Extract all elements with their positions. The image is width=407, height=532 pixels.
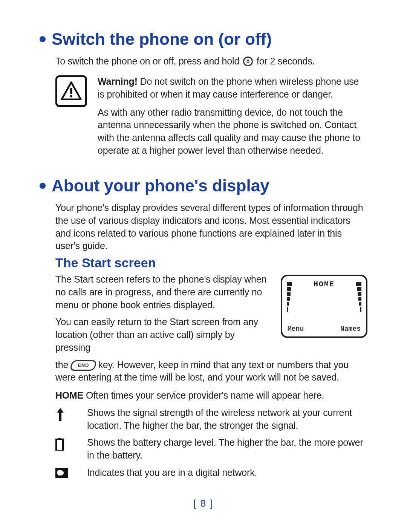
home-definition: HOME Often times your service provider's… — [55, 389, 367, 402]
warning-label: Warning! — [98, 76, 138, 87]
warning-line-1: Warning! Do not switch on the phone when… — [98, 75, 367, 101]
warning-line-2: As with any other radio transmitting dev… — [98, 106, 367, 157]
warning-icon — [55, 75, 87, 107]
def-battery-text: Shows the battery charge level. The high… — [87, 436, 367, 462]
svg-rect-1 — [248, 59, 248, 61]
battery-icon — [55, 436, 78, 462]
screen-softkey-row: Menu Names — [288, 325, 361, 333]
start-screen-text: The Start screen refers to the phone's d… — [55, 273, 270, 359]
bullet-icon — [40, 183, 46, 189]
document-page: Switch the phone on (or off) To switch t… — [0, 0, 407, 532]
svg-rect-4 — [70, 95, 72, 97]
battery-bar-icon — [356, 282, 361, 312]
heading-text: Switch the phone on (or off) — [52, 30, 272, 48]
end-key-icon: END — [69, 360, 97, 371]
svg-marker-5 — [57, 408, 64, 421]
definition-row-digital: Indicates that you are in a digital netw… — [55, 466, 367, 479]
definition-row-battery: Shows the battery charge level. The high… — [55, 436, 367, 462]
def-digital-text: Indicates that you are in a digital netw… — [87, 466, 367, 479]
home-label: HOME — [55, 390, 83, 401]
svg-rect-3 — [70, 88, 72, 94]
signal-bar-icon — [287, 282, 292, 312]
section-heading-about-display: About your phone's display — [40, 177, 367, 195]
intro-after: for 2 seconds. — [257, 55, 315, 68]
bullet-icon — [40, 36, 46, 42]
start-p2a: You can easily return to the Start scree… — [55, 316, 270, 354]
definition-row-signal: Shows the signal strength of the wireles… — [55, 407, 367, 432]
start-p2b: the END key. However, keep in mind that … — [55, 359, 367, 384]
home-desc: Often times your service provider's name… — [83, 390, 324, 401]
def-signal-text: Shows the signal strength of the wireles… — [87, 407, 367, 432]
display-intro-paragraph: Your phone's display provides several di… — [55, 202, 367, 252]
p2b-before: the — [55, 359, 68, 370]
heading-text: About your phone's display — [52, 177, 269, 195]
screen-home-label: HOME — [287, 280, 361, 289]
start-screen-row: The Start screen refers to the phone's d… — [55, 273, 367, 359]
subheading-start-screen: The Start screen — [55, 255, 367, 270]
softkey-right: Names — [340, 325, 361, 333]
start-p1: The Start screen refers to the phone's d… — [55, 273, 270, 311]
softkey-left: Menu — [288, 325, 304, 333]
svg-rect-7 — [56, 439, 63, 451]
warning-block: Warning! Do not switch on the phone when… — [55, 75, 367, 162]
p2b-after: key. However, keep in mind that any text… — [55, 359, 349, 383]
power-button-icon — [243, 57, 253, 66]
page-number: [ 8 ] — [0, 498, 407, 509]
signal-strength-icon — [55, 407, 78, 432]
intro-paragraph: To switch the phone on or off, press and… — [55, 55, 367, 68]
warning-text: Warning! Do not switch on the phone when… — [98, 75, 367, 162]
phone-screen-illustration: HOME Menu Names — [281, 275, 367, 338]
digital-network-icon — [55, 466, 78, 479]
intro-before: To switch the phone on or off, press and… — [55, 55, 239, 68]
section-heading-switch-phone: Switch the phone on (or off) — [40, 30, 367, 48]
